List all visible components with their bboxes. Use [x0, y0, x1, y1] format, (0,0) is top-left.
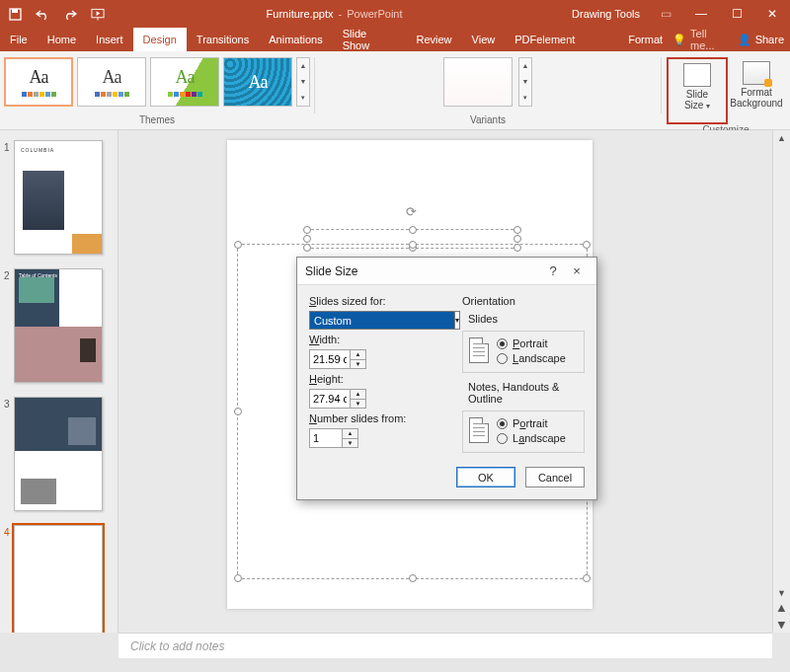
dialog-close-button[interactable]: × [565, 263, 589, 278]
ribbon-display-options-icon[interactable]: ▭ [648, 0, 683, 28]
theme-thumb-2[interactable]: Aa [77, 57, 146, 107]
ok-button[interactable]: OK [456, 467, 515, 487]
variant-thumb-1[interactable] [443, 57, 513, 107]
number-from-input[interactable] [309, 428, 343, 448]
window-buttons: ▭ — ☐ ✕ [648, 0, 790, 28]
next-slide-icon[interactable]: ⯆ [773, 617, 790, 633]
label-slides-group: Slides [468, 313, 585, 325]
tab-animations[interactable]: Animations [259, 28, 332, 51]
orientation-slides-group: Portrait Landscape [462, 331, 585, 373]
prev-slide-icon[interactable]: ⯅ [773, 601, 790, 617]
slide-size-button[interactable]: SlideSize ▾ [669, 59, 726, 122]
title-bar: Furniture.pptx - PowerPoint Drawing Tool… [0, 0, 790, 28]
ribbon-group-variants: ▲▼▾ Variants [315, 51, 661, 129]
share-button[interactable]: 👤 Share [738, 34, 784, 46]
slide-number-2: 2 [4, 268, 14, 383]
radio-slides-portrait[interactable]: Portrait [497, 337, 566, 349]
spin-down-icon[interactable]: ▼ [351, 399, 366, 410]
spin-down-icon[interactable]: ▼ [343, 438, 358, 449]
spin-down-icon[interactable]: ▼ [351, 359, 366, 370]
slide-number-3: 3 [4, 397, 14, 511]
slide-size-highlight: SlideSize ▾ [667, 57, 728, 124]
slide-thumb-2[interactable]: Table of Contents [14, 268, 103, 383]
slide-size-dialog: Slide Size ? × Slides sized for: ▾ Width… [296, 257, 597, 500]
tab-file[interactable]: File [0, 28, 38, 51]
dialog-titlebar[interactable]: Slide Size ? × [297, 258, 596, 285]
scroll-down-icon[interactable]: ▼ [773, 585, 790, 601]
lightbulb-icon: 💡 [672, 34, 686, 46]
slide-number-4: 4 [4, 525, 14, 633]
svg-rect-1 [12, 9, 18, 13]
theme-thumb-office[interactable]: Aa [4, 57, 73, 107]
slides-sized-for-value[interactable] [309, 311, 455, 330]
vertical-scrollbar[interactable]: ▲ ▼ ⯅ ⯆ [772, 130, 790, 633]
maximize-button[interactable]: ☐ [719, 0, 754, 28]
group-label-variants: Variants [470, 114, 506, 127]
slide-thumb-3[interactable] [14, 397, 103, 511]
label-slides-sized-for: Slides sized for: [309, 295, 442, 307]
notes-placeholder: Click to add notes [130, 639, 224, 653]
page-portrait-icon [469, 337, 489, 363]
person-icon: 👤 [738, 34, 751, 46]
slide-thumb-1[interactable]: COLUMBIA [14, 140, 103, 255]
tab-home[interactable]: Home [38, 28, 86, 51]
dialog-right-column: Orientation Slides Portrait Landscape No… [462, 295, 585, 457]
ribbon-group-themes: Aa Aa Aa Aa ▲▼▾ Themes [0, 51, 314, 129]
height-spinner[interactable]: ▲▼ [309, 389, 366, 409]
slides-sized-for-combo[interactable]: ▾ [309, 311, 442, 330]
rotate-handle-icon[interactable]: ⟳ [406, 204, 417, 219]
tab-slideshow[interactable]: Slide Show [333, 28, 407, 51]
tab-review[interactable]: Review [406, 28, 461, 51]
minimize-button[interactable]: — [683, 0, 719, 28]
scroll-up-icon[interactable]: ▲ [773, 130, 790, 146]
tab-pdfelement[interactable]: PDFelement [505, 28, 585, 51]
undo-icon[interactable] [36, 7, 49, 21]
slide-size-icon [683, 63, 711, 87]
notes-pane[interactable]: Click to add notes [118, 633, 772, 658]
label-notes-group: Notes, Handouts & Outline [468, 381, 585, 405]
dialog-help-button[interactable]: ? [541, 263, 565, 278]
width-spinner[interactable]: ▲▼ [309, 349, 366, 369]
tell-me-search[interactable]: 💡 Tell me... [672, 28, 734, 51]
label-orientation: Orientation [462, 295, 585, 307]
orientation-notes-group: Portrait Landscape [462, 411, 585, 453]
spin-up-icon[interactable]: ▲ [351, 349, 366, 359]
redo-icon[interactable] [63, 7, 77, 21]
slide-thumb-4[interactable] [14, 525, 103, 633]
label-width: Width: [309, 334, 442, 345]
spin-up-icon[interactable]: ▲ [351, 389, 366, 399]
start-slideshow-icon[interactable] [91, 7, 105, 21]
tab-design[interactable]: Design [133, 28, 187, 51]
height-input[interactable] [309, 389, 351, 409]
spin-up-icon[interactable]: ▲ [343, 428, 358, 438]
number-from-spinner[interactable]: ▲▼ [309, 428, 358, 448]
app-name: PowerPoint [347, 8, 402, 20]
tab-view[interactable]: View [462, 28, 506, 51]
width-input[interactable] [309, 349, 351, 369]
cancel-button[interactable]: Cancel [525, 467, 585, 487]
theme-thumb-3[interactable]: Aa [150, 57, 219, 107]
save-icon[interactable] [8, 7, 22, 21]
group-label-themes: Themes [139, 114, 175, 127]
document-filename: Furniture.pptx [267, 8, 334, 20]
slide-thumbnails-panel[interactable]: 1 COLUMBIA 2 Table of Contents 3 4 [0, 130, 118, 633]
format-background-button[interactable]: FormatBackground [728, 57, 785, 120]
dialog-title: Slide Size [305, 264, 357, 278]
radio-slides-landscape[interactable]: Landscape [497, 352, 566, 364]
chevron-down-icon[interactable]: ▾ [455, 311, 460, 330]
tab-format[interactable]: Format [618, 28, 672, 51]
label-height: Height: [309, 373, 442, 385]
ribbon-tabs: File Home Insert Design Transitions Anim… [0, 28, 790, 51]
tab-insert[interactable]: Insert [86, 28, 133, 51]
theme-thumb-4[interactable]: Aa [223, 57, 292, 107]
variants-more-dropdown[interactable]: ▲▼▾ [518, 57, 532, 107]
tab-transitions[interactable]: Transitions [187, 28, 259, 51]
dialog-left-column: Slides sized for: ▾ Width: ▲▼ Height: ▲▼… [309, 295, 442, 457]
slide-number-1: 1 [4, 140, 14, 255]
radio-notes-landscape[interactable]: Landscape [497, 432, 566, 444]
close-window-button[interactable]: ✕ [754, 0, 790, 28]
themes-more-dropdown[interactable]: ▲▼▾ [296, 57, 310, 107]
ribbon-group-customize: SlideSize ▾ FormatBackground Customize [662, 51, 790, 129]
contextual-tab-title: Drawing Tools [564, 8, 648, 20]
radio-notes-portrait[interactable]: Portrait [497, 417, 566, 429]
